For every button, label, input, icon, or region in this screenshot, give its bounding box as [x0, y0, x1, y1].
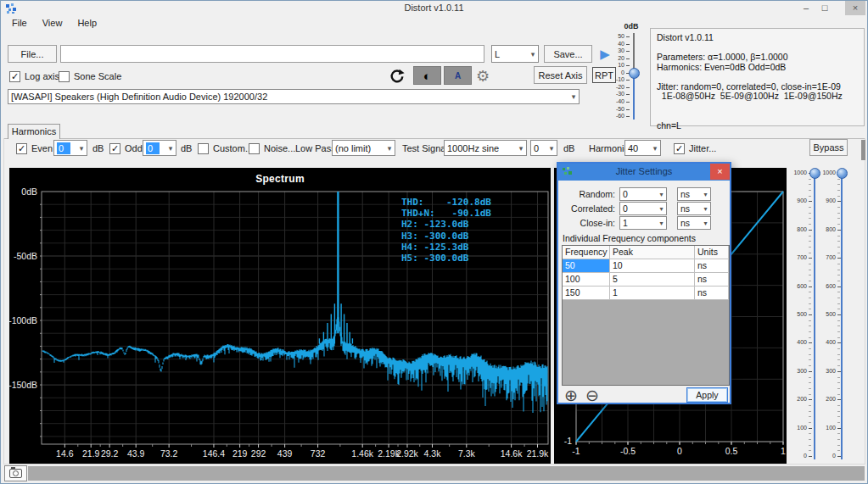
- field-unit-select[interactable]: ns▾: [677, 187, 711, 201]
- low-pass-select[interactable]: (no limit) ▾: [332, 140, 395, 156]
- svg-text:219: 219: [232, 448, 248, 459]
- slider-tick-label: 500: [790, 311, 807, 318]
- dialog-close-icon[interactable]: ×: [710, 164, 730, 180]
- info-text: Distort v1.0.11 Parameters: α=1.0000, β=…: [657, 33, 858, 131]
- tab-harmonics[interactable]: Harmonics: [8, 124, 60, 139]
- even-db-select[interactable]: 0 ▾: [53, 140, 87, 156]
- table-cell[interactable]: ns: [695, 259, 729, 273]
- slider-tick-label: 800: [820, 226, 836, 233]
- even-checkbox[interactable]: Even: [16, 142, 53, 154]
- custom-checkbox[interactable]: Custom...: [198, 142, 253, 154]
- slider-tick-label: 1000: [790, 170, 807, 176]
- field-value-select[interactable]: 0▾: [619, 202, 667, 215]
- rpt-button[interactable]: RPT: [592, 67, 616, 83]
- slider-minor-tick: [837, 309, 840, 309]
- table-row[interactable]: 1005ns: [563, 273, 729, 287]
- field-unit-select[interactable]: ns▾: [677, 202, 711, 215]
- slider-tick-label: 700: [820, 254, 836, 261]
- slider-thumb[interactable]: [629, 68, 640, 79]
- splitter-handle[interactable]: [861, 140, 865, 160]
- field-value-select[interactable]: 0▾: [619, 187, 667, 201]
- slider-minor-tick: [809, 309, 811, 309]
- table-cell[interactable]: 10: [610, 259, 695, 273]
- menu-help[interactable]: Help: [70, 17, 104, 29]
- table-cell[interactable]: 1: [610, 287, 695, 300]
- slider-minor-tick: [837, 445, 840, 446]
- field-value-select[interactable]: 1▾: [619, 216, 667, 230]
- jitter-field-row: Close-in:1▾ns▾: [558, 216, 728, 230]
- slider-track[interactable]: [814, 170, 815, 459]
- svg-text:2.92k: 2.92k: [396, 448, 418, 459]
- odd-db-select[interactable]: 0 ▾: [143, 140, 176, 156]
- harmonics-count-select[interactable]: 40 ▾: [624, 140, 661, 156]
- slider-minor-tick: [837, 325, 840, 326]
- remove-row-button[interactable]: ⊖: [584, 387, 601, 404]
- slider-thumb[interactable]: [837, 168, 848, 179]
- odd-checkbox[interactable]: Odd: [109, 142, 143, 154]
- table-row[interactable]: 1501ns: [563, 287, 729, 300]
- audio-device-select[interactable]: [WASAPI] Speakers (High Definition Audio…: [8, 89, 580, 104]
- spectrum-chart[interactable]: Spectrum 14.621.929.243.973.2146.4219292…: [9, 168, 551, 464]
- minimize-button[interactable]: –: [798, 1, 815, 15]
- noise-checkbox[interactable]: Noise...: [249, 142, 295, 154]
- slider-tick: [626, 80, 630, 81]
- slider-track[interactable]: [633, 73, 635, 120]
- table-cell[interactable]: 50: [563, 259, 610, 273]
- channel-select[interactable]: L ▾: [491, 45, 539, 63]
- play-button[interactable]: ▶: [596, 45, 613, 63]
- slider-tick: [626, 87, 630, 88]
- slider-thumb[interactable]: [809, 168, 820, 179]
- signal-level-select[interactable]: 0 ▾: [530, 140, 557, 156]
- slider-tick-label: 20: [613, 55, 624, 62]
- slider-tick-label: -50: [613, 106, 624, 113]
- file-path-input[interactable]: [60, 45, 484, 63]
- slider-minor-tick: [809, 224, 811, 225]
- slider-minor-tick: [809, 190, 811, 191]
- gear-icon[interactable]: ⚙: [473, 66, 493, 86]
- table-cell[interactable]: ns: [695, 273, 729, 287]
- slider-minor-tick: [837, 450, 840, 451]
- slider-track[interactable]: [841, 170, 843, 459]
- slider-minor-tick: [837, 247, 840, 248]
- auto-button[interactable]: A: [444, 66, 472, 85]
- slider-track[interactable]: [633, 33, 635, 73]
- slider-minor-tick: [809, 325, 811, 326]
- add-row-button[interactable]: ⊕: [563, 387, 580, 404]
- dialog-title-bar[interactable]: Jitter Settings ×: [558, 164, 730, 181]
- contrast-button[interactable]: ◐: [413, 66, 441, 85]
- table-cell[interactable]: 5: [610, 273, 695, 287]
- log-axis-checkbox[interactable]: Log axis: [9, 70, 59, 82]
- svg-text:-150dB: -150dB: [9, 380, 37, 390]
- save-button[interactable]: Save...: [544, 45, 592, 63]
- slider-minor-tick: [837, 236, 840, 236]
- field-unit-select[interactable]: ns▾: [677, 216, 711, 230]
- right-slider-2[interactable]: 10009008007006005004003002001000: [820, 162, 858, 464]
- table-cell[interactable]: 150: [563, 287, 610, 300]
- table-cell[interactable]: ns: [695, 287, 729, 300]
- output-level-slider[interactable]: 0dB 50403020100-10-20-30-40-50-60: [613, 21, 651, 125]
- menu-view[interactable]: View: [35, 17, 70, 29]
- apply-button[interactable]: Apply: [686, 387, 728, 403]
- slider-tick: [809, 287, 812, 287]
- table-row[interactable]: 5010ns: [563, 259, 729, 273]
- menu-file[interactable]: File: [4, 17, 35, 29]
- slider-minor-tick: [837, 298, 840, 298]
- bypass-button[interactable]: Bypass: [809, 139, 848, 156]
- file-button[interactable]: File...: [8, 45, 57, 63]
- refresh-icon[interactable]: [387, 66, 407, 86]
- maximize-button[interactable]: □: [816, 1, 833, 15]
- close-button[interactable]: ×: [845, 1, 865, 15]
- table-cell[interactable]: 100: [563, 273, 610, 287]
- reset-axis-button[interactable]: Reset Axis: [534, 66, 587, 84]
- chevron-down-icon: ▾: [701, 191, 710, 198]
- slider-tick: [626, 116, 630, 117]
- sone-scale-checkbox[interactable]: Sone Scale: [59, 70, 121, 82]
- slider-tick: [809, 399, 812, 400]
- jitter-checkbox[interactable]: Jitter...: [674, 142, 716, 154]
- field-label: Correlated:: [558, 203, 615, 214]
- window-title: Distort v1.0.11: [1, 3, 867, 13]
- screenshot-button[interactable]: [4, 465, 27, 481]
- jitter-frequency-table[interactable]: FrequencyPeakUnits5010ns1005ns1501ns: [562, 245, 730, 386]
- test-signal-select[interactable]: 1000Hz sine ▾: [444, 140, 527, 156]
- slider-tick: [809, 371, 812, 372]
